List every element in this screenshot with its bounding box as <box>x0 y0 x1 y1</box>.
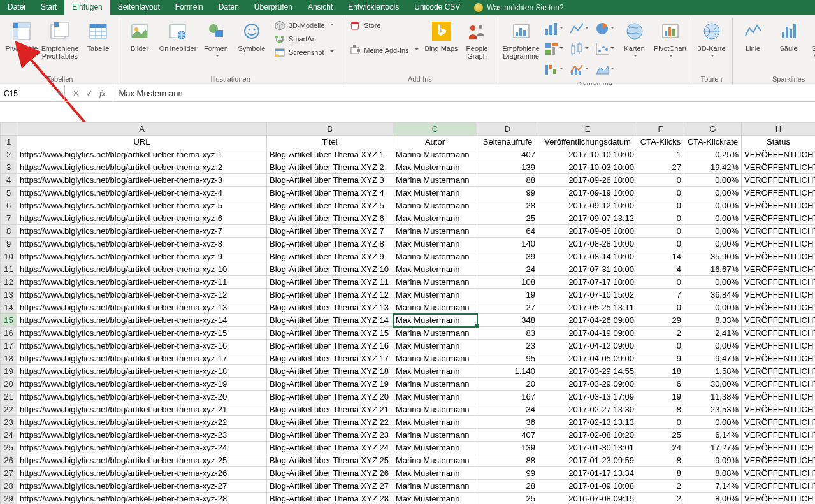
tab-entwicklertools[interactable]: Entwicklertools <box>340 0 407 15</box>
tab-datei[interactable]: Datei <box>0 0 33 15</box>
cell[interactable]: Max Mustermann <box>393 442 477 454</box>
cell[interactable]: Blog-Artikel über Thema XYZ 12 <box>267 289 393 301</box>
cell[interactable]: Max Mustermann <box>393 416 477 429</box>
bar-chart-icon[interactable] <box>544 20 563 37</box>
cell[interactable]: https://www.biglytics.net/blog/artikel-u… <box>17 161 267 174</box>
cell[interactable]: 348 <box>477 314 538 327</box>
cell[interactable]: 2 <box>637 480 684 493</box>
cell[interactable]: 2,41% <box>684 327 742 340</box>
cell[interactable]: Blog-Artikel über Thema XYZ 21 <box>267 403 393 416</box>
row-header[interactable]: 13 <box>1 289 17 301</box>
cell[interactable]: Blog-Artikel über Thema XYZ 18 <box>267 365 393 378</box>
cell[interactable]: 2017-10-10 10:00 <box>538 148 637 161</box>
confirm-icon[interactable]: ✓ <box>86 89 93 98</box>
header-cell[interactable]: Titel <box>267 136 393 148</box>
cell[interactable]: Max Mustermann <box>393 365 477 378</box>
name-box[interactable] <box>0 85 65 101</box>
icons-button[interactable]: Symbole <box>235 19 268 52</box>
online-pictures-button[interactable]: Onlinebilder <box>159 19 197 52</box>
surface-chart-icon[interactable] <box>595 61 614 78</box>
header-cell[interactable]: Status <box>742 136 816 148</box>
cell[interactable]: 2017-01-09 10:08 <box>538 480 637 493</box>
smartart-button[interactable]: SmartArt <box>271 32 338 45</box>
maps-button[interactable]: Karten <box>618 19 651 59</box>
cell[interactable]: VERÖFFENTLICHT <box>742 187 816 199</box>
tab-einfügen[interactable]: Einfügen <box>64 0 110 15</box>
cell[interactable]: 19 <box>637 391 684 403</box>
cell[interactable]: 2017-09-26 10:00 <box>538 174 637 187</box>
cell[interactable]: VERÖFFENTLICHT <box>742 174 816 187</box>
cell[interactable]: VERÖFFENTLICHT <box>742 467 816 480</box>
cell[interactable]: 2017-08-14 10:00 <box>538 250 637 263</box>
cell[interactable]: Blog-Artikel über Thema XYZ 24 <box>267 442 393 454</box>
formula-input[interactable] <box>113 85 815 101</box>
cell[interactable]: Marina Mustermann <box>393 327 477 340</box>
row-header[interactable]: 18 <box>1 352 17 365</box>
row-header[interactable]: 9 <box>1 238 17 250</box>
cell[interactable]: 25 <box>637 429 684 442</box>
bing-maps-button[interactable]: Bing Maps <box>425 19 458 52</box>
store-button[interactable]: Store <box>346 19 422 32</box>
cell[interactable]: https://www.biglytics.net/blog/artikel-u… <box>17 403 267 416</box>
cell[interactable]: VERÖFFENTLICHT <box>742 289 816 301</box>
cell[interactable]: Blog-Artikel über Thema XYZ 8 <box>267 238 393 250</box>
cell[interactable]: VERÖFFENTLICHT <box>742 314 816 327</box>
cell[interactable]: https://www.biglytics.net/blog/artikel-u… <box>17 174 267 187</box>
waterfall-chart-icon[interactable] <box>544 61 563 78</box>
hierarchy-chart-icon[interactable] <box>544 41 563 57</box>
cell[interactable]: 2017-07-17 10:00 <box>538 276 637 289</box>
cell[interactable]: https://www.biglytics.net/blog/artikel-u… <box>17 276 267 289</box>
row-header[interactable]: 20 <box>1 378 17 391</box>
cell[interactable]: VERÖFFENTLICHT <box>742 442 816 454</box>
sparkline-winloss-button[interactable]: Gewinn/ Verlust <box>808 19 815 60</box>
cell[interactable]: VERÖFFENTLICHT <box>742 416 816 429</box>
cell[interactable]: 19,42% <box>684 161 742 174</box>
cell[interactable]: VERÖFFENTLICHT <box>742 250 816 263</box>
row-header[interactable]: 16 <box>1 327 17 340</box>
cell[interactable]: 140 <box>477 238 538 250</box>
cell[interactable]: 2017-09-05 10:00 <box>538 225 637 238</box>
cell[interactable]: https://www.biglytics.net/blog/artikel-u… <box>17 225 267 238</box>
cell[interactable]: https://www.biglytics.net/blog/artikel-u… <box>17 199 267 212</box>
cell[interactable]: 0 <box>637 174 684 187</box>
cell[interactable]: https://www.biglytics.net/blog/artikel-u… <box>17 416 267 429</box>
cell[interactable]: 0 <box>637 199 684 212</box>
cell[interactable]: Blog-Artikel über Thema XYZ 16 <box>267 340 393 352</box>
cell[interactable]: 0,00% <box>684 416 742 429</box>
cell[interactable]: Max Mustermann <box>393 212 477 225</box>
row-header[interactable]: 23 <box>1 416 17 429</box>
cell[interactable]: 2017-04-05 09:00 <box>538 352 637 365</box>
cell[interactable]: 2017-03-29 14:55 <box>538 365 637 378</box>
col-header-E[interactable]: E <box>538 123 637 136</box>
cell[interactable]: VERÖFFENTLICHT <box>742 225 816 238</box>
cell[interactable]: Marina Mustermann <box>393 276 477 289</box>
cell[interactable]: 0,00% <box>684 225 742 238</box>
col-header-F[interactable]: F <box>637 123 684 136</box>
sparkline-line-button[interactable]: Linie <box>737 19 770 52</box>
cell[interactable]: Marina Mustermann <box>393 429 477 442</box>
cell[interactable]: https://www.biglytics.net/blog/artikel-u… <box>17 212 267 225</box>
cell[interactable]: https://www.biglytics.net/blog/artikel-u… <box>17 365 267 378</box>
cell[interactable]: VERÖFFENTLICHT <box>742 340 816 352</box>
cell[interactable]: https://www.biglytics.net/blog/artikel-u… <box>17 480 267 493</box>
cell[interactable]: 9,09% <box>684 454 742 467</box>
cell[interactable]: 95 <box>477 352 538 365</box>
screenshot-button[interactable]: Screenshot <box>271 46 338 59</box>
tab-unicode csv[interactable]: Unicode CSV <box>407 0 468 15</box>
cell[interactable]: 24 <box>637 442 684 454</box>
cell[interactable]: 17,27% <box>684 442 742 454</box>
cell[interactable]: VERÖFFENTLICHT <box>742 480 816 493</box>
cell[interactable]: 27 <box>477 301 538 314</box>
cell[interactable]: 2 <box>637 327 684 340</box>
cell[interactable]: 2017-01-17 13:34 <box>538 467 637 480</box>
cell[interactable]: Blog-Artikel über Thema XYZ 15 <box>267 327 393 340</box>
cell[interactable]: 0,00% <box>684 212 742 225</box>
cell[interactable]: Max Mustermann <box>393 314 477 327</box>
cell[interactable]: 0,00% <box>684 238 742 250</box>
cell[interactable]: Blog-Artikel über Thema XYZ 11 <box>267 276 393 289</box>
cell[interactable]: 2017-08-28 10:00 <box>538 238 637 250</box>
cell[interactable]: VERÖFFENTLICHT <box>742 365 816 378</box>
pie-chart-icon[interactable] <box>595 20 614 37</box>
cell[interactable]: 2017-01-30 13:01 <box>538 442 637 454</box>
row-header[interactable]: 8 <box>1 225 17 238</box>
